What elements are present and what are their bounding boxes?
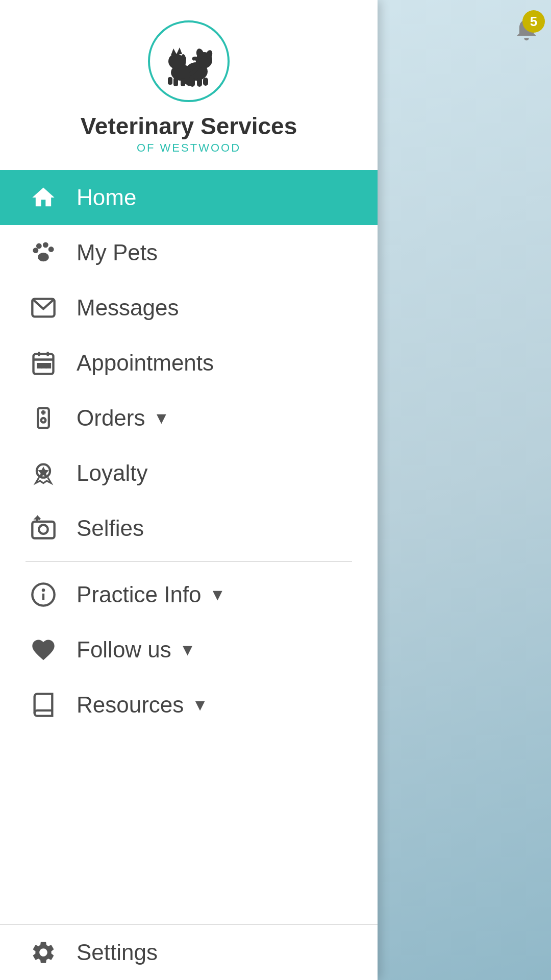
orders-arrow-icon: ▼	[153, 409, 169, 428]
svg-rect-26	[38, 364, 41, 368]
svg-rect-6	[203, 78, 208, 86]
app-subtitle: of WESTWOOD	[81, 141, 297, 155]
nav-divider	[26, 561, 352, 562]
nav-label-settings: Settings	[77, 940, 158, 965]
nav-item-orders[interactable]: Orders ▼	[0, 390, 378, 446]
practice-info-arrow-icon: ▼	[210, 585, 226, 604]
nav-item-my-pets[interactable]: My Pets	[0, 225, 378, 280]
nav-label-my-pets: My Pets	[77, 240, 158, 265]
nav-label-practice-info: Practice Info	[77, 582, 202, 607]
book-icon	[26, 692, 61, 718]
logo-area: Veterinary Services of WESTWOOD	[0, 0, 378, 170]
logo-text: Veterinary Services of WESTWOOD	[81, 112, 297, 155]
nav-label-selfies: Selfies	[77, 516, 144, 541]
nav-item-follow-us[interactable]: Follow us ▼	[0, 622, 378, 677]
settings-icon	[26, 939, 61, 966]
nav-item-practice-info[interactable]: Practice Info ▼	[0, 567, 378, 622]
nav-label-loyalty: Loyalty	[77, 460, 147, 486]
svg-point-9	[168, 54, 184, 69]
svg-point-16	[33, 248, 38, 253]
nav-label-resources: Resources	[77, 692, 184, 718]
svg-rect-12	[173, 78, 178, 86]
orders-icon	[26, 405, 61, 431]
svg-point-18	[43, 242, 48, 248]
svg-marker-11	[177, 47, 182, 54]
svg-point-35	[39, 525, 47, 534]
nav-label-follow-us: Follow us	[77, 637, 171, 663]
mail-icon	[26, 295, 61, 321]
svg-rect-5	[197, 78, 202, 87]
nav-item-messages[interactable]: Messages	[0, 280, 378, 335]
nav-label-messages: Messages	[77, 295, 179, 321]
notification-area[interactable]: 5	[512, 14, 541, 49]
nav-label-home: Home	[77, 185, 136, 210]
nav-item-selfies[interactable]: Selfies	[0, 501, 378, 556]
svg-point-32	[41, 418, 46, 423]
nav-item-home[interactable]: Home	[0, 170, 378, 225]
logo-circle	[148, 20, 230, 102]
svg-point-19	[48, 247, 54, 252]
svg-rect-28	[47, 364, 51, 368]
svg-marker-10	[171, 48, 177, 55]
settings-bar[interactable]: Settings	[0, 924, 378, 980]
svg-point-17	[36, 243, 42, 249]
notification-badge: 5	[522, 10, 545, 33]
loyalty-icon	[26, 460, 61, 486]
info-icon	[26, 581, 61, 608]
svg-rect-14	[187, 78, 191, 86]
nav-item-loyalty[interactable]: Loyalty	[0, 446, 378, 501]
calendar-icon	[26, 350, 61, 376]
resources-arrow-icon: ▼	[192, 696, 208, 715]
heart-icon	[26, 636, 61, 663]
svg-rect-15	[168, 77, 172, 85]
nav-label-appointments: Appointments	[77, 350, 214, 376]
logo-icon	[158, 31, 219, 92]
nav-label-orders: Orders	[77, 405, 145, 431]
navigation-drawer: Veterinary Services of WESTWOOD Home	[0, 0, 378, 980]
svg-rect-27	[42, 364, 46, 368]
nav-item-resources[interactable]: Resources ▼	[0, 677, 378, 732]
selfies-icon	[26, 515, 61, 542]
home-icon	[26, 184, 61, 211]
nav-list: Home My Pets Me	[0, 170, 378, 924]
svg-rect-13	[181, 78, 185, 86]
paw-icon	[26, 239, 61, 266]
nav-item-appointments[interactable]: Appointments	[0, 335, 378, 390]
app-name: Veterinary Services	[81, 112, 297, 140]
svg-point-20	[38, 253, 49, 261]
right-background	[378, 0, 551, 980]
follow-us-arrow-icon: ▼	[180, 641, 196, 659]
